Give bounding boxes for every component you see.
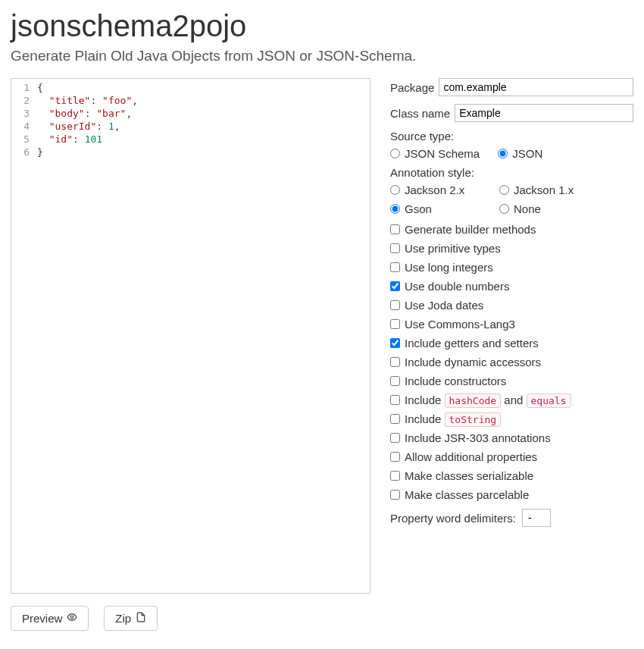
option-checkbox[interactable]: Include getters and setters xyxy=(390,337,633,350)
line-number: 6 xyxy=(11,146,30,158)
checkbox-label: Include constructors xyxy=(405,375,506,387)
radio-input[interactable] xyxy=(390,204,400,214)
checkbox-input[interactable] xyxy=(390,490,400,500)
checkbox-label: Use Joda dates xyxy=(405,299,483,312)
source-type-option[interactable]: JSON Schema xyxy=(390,147,480,160)
options-panel: Package Class name Source type: JSON Sch… xyxy=(390,78,633,594)
checkbox-input[interactable] xyxy=(390,414,400,424)
annotation-option[interactable]: Jackson 1.x xyxy=(499,183,590,196)
annotation-option[interactable]: Jackson 2.x xyxy=(390,183,481,196)
checkbox-input[interactable] xyxy=(390,262,400,272)
radio-input[interactable] xyxy=(498,149,508,158)
line-number: 1 xyxy=(11,81,30,94)
code-hashcode: hashCode xyxy=(445,393,502,408)
preview-button[interactable]: Preview xyxy=(11,606,89,631)
checkbox-label: Use Commons-Lang3 xyxy=(405,318,515,331)
source-type-label: Source type: xyxy=(390,130,633,143)
radio-input[interactable] xyxy=(390,185,400,195)
option-checkbox[interactable]: Include JSR-303 annotations xyxy=(390,431,633,444)
page-title: jsonschema2pojo xyxy=(11,9,633,43)
checkbox-input[interactable] xyxy=(390,395,400,405)
option-checkbox[interactable]: Use Commons-Lang3 xyxy=(390,318,633,331)
json-editor[interactable]: 123456 { "title": "foo", "body": "bar", … xyxy=(11,78,370,594)
radio-input[interactable] xyxy=(499,185,509,195)
checkbox-input[interactable] xyxy=(390,243,400,253)
page-subtitle: Generate Plain Old Java Objects from JSO… xyxy=(11,48,633,64)
option-checkbox[interactable]: Generate builder methods xyxy=(390,223,633,236)
svg-point-0 xyxy=(71,616,74,619)
option-checkbox[interactable]: Use long integers xyxy=(390,261,633,274)
option-checkbox[interactable]: Include constructors xyxy=(390,375,633,387)
checkbox-label: Allow additional properties xyxy=(405,450,537,463)
preview-button-label: Preview xyxy=(22,612,62,625)
checkbox-input[interactable] xyxy=(390,433,400,443)
radio-input[interactable] xyxy=(390,149,400,158)
checkbox-label: Include hashCode and equals xyxy=(405,393,571,406)
checkbox-input[interactable] xyxy=(390,300,400,310)
eye-icon xyxy=(67,612,77,625)
option-checkbox[interactable]: Use double numbers xyxy=(390,280,633,293)
option-include-tostring[interactable]: Include toString xyxy=(390,412,633,425)
radio-input[interactable] xyxy=(499,204,509,214)
checkbox-label: Make classes serializable xyxy=(405,469,533,482)
delimiters-input[interactable] xyxy=(522,509,551,527)
zip-button-label: Zip xyxy=(115,612,131,625)
checkbox-label: Use double numbers xyxy=(405,280,509,293)
classname-input[interactable] xyxy=(455,104,633,122)
radio-label: Jackson 1.x xyxy=(514,183,574,196)
annotation-style-group: Jackson 2.xJackson 1.xGsonNone xyxy=(390,183,633,215)
delimiters-label: Property word delimiters: xyxy=(390,512,516,525)
line-number: 4 xyxy=(11,120,30,133)
checkbox-input[interactable] xyxy=(390,452,400,462)
checkbox-input[interactable] xyxy=(390,338,400,348)
file-icon xyxy=(136,612,146,625)
options-checklist: Generate builder methodsUse primitive ty… xyxy=(390,223,633,501)
annotation-option[interactable]: Gson xyxy=(390,202,481,215)
option-checkbox[interactable]: Make classes serializable xyxy=(390,469,633,482)
zip-button[interactable]: Zip xyxy=(104,606,158,631)
checkbox-label: Use primitive types xyxy=(405,242,501,255)
checkbox-input[interactable] xyxy=(390,224,400,234)
editor-code[interactable]: { "title": "foo", "body": "bar", "userId… xyxy=(34,79,141,593)
source-type-option[interactable]: JSON xyxy=(498,147,542,160)
radio-label: Gson xyxy=(405,202,432,215)
source-type-group: JSON SchemaJSON xyxy=(390,147,633,160)
option-checkbox[interactable]: Use Joda dates xyxy=(390,299,633,312)
line-number: 5 xyxy=(11,133,30,146)
option-checkbox[interactable]: Allow additional properties xyxy=(390,450,633,463)
radio-label: JSON Schema xyxy=(405,147,480,160)
code-equals: equals xyxy=(527,393,571,408)
checkbox-input[interactable] xyxy=(390,281,400,291)
option-checkbox[interactable]: Use primitive types xyxy=(390,242,633,255)
option-include-hashcode-equals[interactable]: Include hashCode and equals xyxy=(390,393,633,406)
annotation-style-label: Annotation style: xyxy=(390,166,633,179)
line-number: 3 xyxy=(11,107,30,120)
annotation-option[interactable]: None xyxy=(499,202,590,215)
checkbox-label: Include toString xyxy=(405,412,501,425)
option-checkbox[interactable]: Make classes parcelable xyxy=(390,488,633,501)
editor-gutter: 123456 xyxy=(11,79,34,593)
checkbox-input[interactable] xyxy=(390,319,400,329)
checkbox-label: Include dynamic accessors xyxy=(405,356,541,368)
checkbox-input[interactable] xyxy=(390,357,400,367)
radio-label: None xyxy=(514,202,541,215)
checkbox-input[interactable] xyxy=(390,376,400,386)
radio-label: JSON xyxy=(512,147,542,160)
package-input[interactable] xyxy=(439,78,633,96)
checkbox-label: Make classes parcelable xyxy=(405,488,529,501)
radio-label: Jackson 2.x xyxy=(405,183,464,196)
code-tostring: toString xyxy=(445,412,502,427)
classname-label: Class name xyxy=(390,107,450,120)
checkbox-label: Include getters and setters xyxy=(405,337,539,350)
checkbox-label: Use long integers xyxy=(405,261,493,274)
checkbox-label: Generate builder methods xyxy=(405,223,536,236)
line-number: 2 xyxy=(11,94,30,107)
checkbox-input[interactable] xyxy=(390,471,400,481)
option-checkbox[interactable]: Include dynamic accessors xyxy=(390,356,633,368)
checkbox-label: Include JSR-303 annotations xyxy=(405,431,551,444)
package-label: Package xyxy=(390,81,434,94)
